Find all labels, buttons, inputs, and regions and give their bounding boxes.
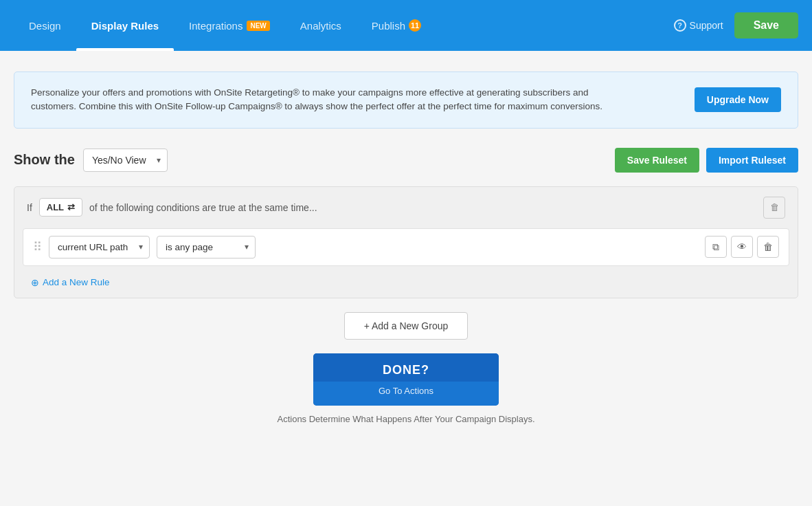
banner-text: Personalize your offers and promotions w… bbox=[31, 86, 615, 114]
drag-handle-icon[interactable]: ⠿ bbox=[33, 239, 42, 254]
add-rule-label: Add a New Rule bbox=[43, 277, 110, 287]
done-subtext: Actions Determine What Happens After You… bbox=[277, 414, 534, 424]
done-button-bottom: Go To Actions bbox=[313, 382, 499, 406]
table-row: ⠿ current URL path current URL referral … bbox=[23, 228, 789, 266]
nav-label-display-rules: Display Rules bbox=[91, 20, 159, 32]
add-rule-row: ⊕ Add a New Rule bbox=[14, 274, 798, 298]
field-select-wrapper: current URL path current URL referral UR… bbox=[49, 236, 150, 258]
publish-badge: 11 bbox=[409, 19, 421, 32]
if-label: If bbox=[27, 202, 32, 213]
support-label: Support bbox=[690, 20, 723, 31]
plus-circle-icon: ⊕ bbox=[31, 277, 39, 288]
eye-icon: 👁 bbox=[737, 241, 747, 252]
nav-label-publish: Publish bbox=[372, 20, 405, 32]
copy-icon: ⧉ bbox=[712, 241, 719, 253]
field-select[interactable]: current URL path current URL referral UR… bbox=[49, 236, 150, 258]
nav-label-design: Design bbox=[29, 20, 61, 32]
support-button[interactable]: ? Support bbox=[674, 19, 723, 32]
add-group-button[interactable]: + Add a New Group bbox=[344, 312, 469, 340]
show-the-row: Show the Yes/No View Popup Floating Bar … bbox=[14, 148, 798, 173]
view-type-dropdown[interactable]: Yes/No View Popup Floating Bar Fullscree… bbox=[83, 148, 168, 172]
info-banner: Personalize your offers and promotions w… bbox=[14, 72, 798, 129]
preview-rule-button[interactable]: 👁 bbox=[731, 236, 753, 258]
delete-group-button[interactable]: 🗑 bbox=[763, 197, 785, 219]
done-button[interactable]: DONE? Go To Actions bbox=[313, 353, 499, 406]
nav-label-analytics: Analytics bbox=[300, 20, 341, 32]
all-label: ALL bbox=[47, 202, 64, 212]
nav-bar: Design Display Rules Integrations NEW An… bbox=[0, 0, 812, 51]
condition-select[interactable]: is any page contains does not contain ex… bbox=[157, 236, 256, 258]
show-the-label: Show the bbox=[14, 152, 75, 168]
nav-item-design[interactable]: Design bbox=[14, 0, 76, 51]
integrations-badge: NEW bbox=[247, 21, 269, 31]
nav-item-display-rules[interactable]: Display Rules bbox=[76, 0, 174, 51]
done-button-top: DONE? bbox=[313, 353, 499, 382]
support-icon: ? bbox=[674, 19, 686, 32]
add-group-wrapper: + Add a New Group bbox=[14, 312, 798, 340]
conditions-text: of the following conditions are true at … bbox=[89, 202, 317, 213]
nav-item-integrations[interactable]: Integrations NEW bbox=[174, 0, 285, 51]
rule-actions: ⧉ 👁 🗑 bbox=[705, 236, 779, 258]
conditions-group: If ALL ⇄ of the following conditions are… bbox=[14, 186, 798, 298]
main-content: Personalize your offers and promotions w… bbox=[0, 51, 812, 452]
all-button[interactable]: ALL ⇄ bbox=[39, 198, 82, 217]
nav-item-analytics[interactable]: Analytics bbox=[285, 0, 357, 51]
upgrade-button[interactable]: Upgrade Now bbox=[695, 87, 781, 112]
nav-item-publish[interactable]: Publish 11 bbox=[357, 0, 436, 51]
delete-rule-button[interactable]: 🗑 bbox=[757, 236, 779, 258]
nav-label-integrations: Integrations bbox=[189, 20, 243, 32]
all-icon: ⇄ bbox=[67, 202, 75, 212]
save-ruleset-button[interactable]: Save Ruleset bbox=[615, 148, 699, 173]
save-button[interactable]: Save bbox=[734, 12, 798, 38]
add-rule-link[interactable]: ⊕ Add a New Rule bbox=[31, 277, 789, 288]
trash-icon: 🗑 bbox=[770, 202, 779, 212]
import-ruleset-button[interactable]: Import Ruleset bbox=[706, 148, 798, 173]
delete-icon: 🗑 bbox=[763, 241, 773, 252]
done-wrapper: DONE? Go To Actions Actions Determine Wh… bbox=[14, 353, 798, 424]
show-the-left: Show the Yes/No View Popup Floating Bar … bbox=[14, 148, 168, 172]
show-the-right: Save Ruleset Import Ruleset bbox=[615, 148, 798, 173]
copy-rule-button[interactable]: ⧉ bbox=[705, 236, 727, 258]
condition-select-wrapper: is any page contains does not contain ex… bbox=[157, 236, 256, 258]
conditions-header: If ALL ⇄ of the following conditions are… bbox=[14, 187, 798, 228]
view-type-dropdown-wrapper: Yes/No View Popup Floating Bar Fullscree… bbox=[83, 148, 168, 172]
